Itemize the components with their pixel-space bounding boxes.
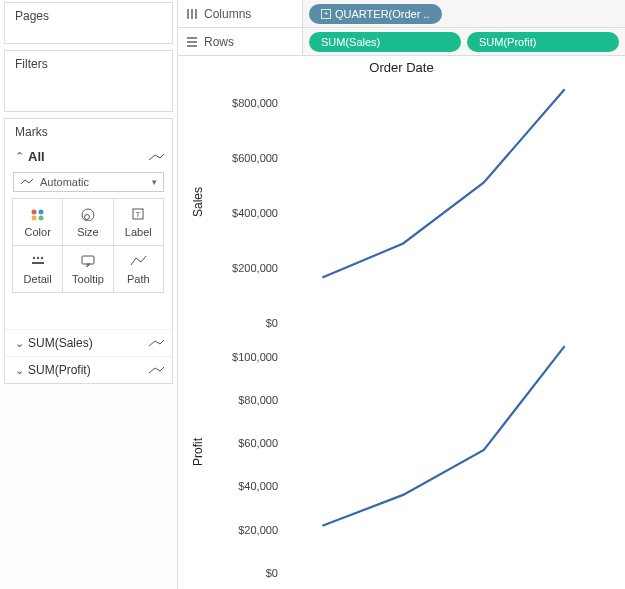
sales-axis-title: Sales	[190, 78, 206, 326]
profit-line	[282, 332, 605, 589]
svg-point-3	[38, 216, 43, 221]
svg-point-2	[31, 216, 36, 221]
mark-type-dropdown[interactable]: Automatic ▾	[13, 172, 164, 192]
facet-profit: Profit $0 $20,000 $40,000 $60,000 $80,00…	[190, 328, 617, 576]
pages-label: Pages	[5, 3, 172, 43]
rows-pill-profit[interactable]: SUM(Profit)	[467, 32, 619, 52]
sales-tick-0: $0	[212, 317, 278, 329]
color-icon	[28, 206, 48, 222]
svg-text:T: T	[136, 210, 141, 219]
svg-point-8	[32, 257, 34, 259]
line-type-icon	[148, 365, 164, 375]
mark-type-selected: Automatic	[40, 176, 89, 188]
marks-card: Marks ⌃ All Automatic ▾	[4, 118, 173, 384]
rows-pill-sales[interactable]: SUM(Sales)	[309, 32, 461, 52]
columns-shelf[interactable]: Columns + QUARTER(Order ..	[178, 0, 625, 28]
line-type-icon	[148, 152, 164, 162]
profit-tick-3: $60,000	[212, 437, 278, 449]
columns-icon	[186, 8, 198, 20]
profit-tick-4: $80,000	[212, 394, 278, 406]
svg-point-5	[84, 215, 89, 220]
svg-point-10	[40, 257, 42, 259]
profit-tick-2: $40,000	[212, 480, 278, 492]
marks-label-label: Label	[125, 226, 152, 238]
viz-canvas: Order Date Sales $0 $200,000 $400,000 $6…	[178, 56, 625, 589]
marks-path-button[interactable]: Path	[113, 245, 164, 293]
columns-pill-quarter[interactable]: + QUARTER(Order ..	[309, 4, 442, 24]
profit-axis-title: Profit	[190, 328, 206, 576]
marks-all-toggle[interactable]: ⌃ All	[5, 145, 172, 168]
svg-point-1	[38, 210, 43, 215]
tooltip-icon	[78, 253, 98, 269]
marks-color-button[interactable]: Color	[12, 198, 63, 246]
profit-tick-5: $100,000	[212, 351, 278, 363]
marks-pill-profit[interactable]: ⌄ SUM(Profit)	[5, 356, 172, 383]
sales-tick-3: $600,000	[212, 152, 278, 164]
svg-rect-17	[187, 41, 197, 43]
pages-card: Pages	[4, 2, 173, 44]
chevron-down-icon: ⌄	[15, 337, 24, 350]
rows-shelf[interactable]: Rows SUM(Sales) SUM(Profit)	[178, 28, 625, 56]
marks-detail-button[interactable]: Detail	[12, 245, 63, 293]
marks-all-label: All	[28, 149, 45, 164]
svg-point-9	[36, 257, 38, 259]
profit-tick-0: $0	[212, 567, 278, 579]
columns-pill-quarter-label: QUARTER(Order ..	[335, 8, 430, 20]
detail-icon	[28, 253, 48, 269]
marks-pill-profit-label: SUM(Profit)	[28, 363, 148, 377]
rows-pill-sales-label: SUM(Sales)	[321, 36, 380, 48]
rows-shelf-label: Rows	[204, 35, 234, 49]
x-axis-labels: Q1 Q2 Q3 Q4	[282, 565, 605, 581]
size-icon	[78, 206, 98, 222]
marks-color-label: Color	[25, 226, 51, 238]
marks-tooltip-label: Tooltip	[72, 273, 104, 285]
svg-rect-14	[191, 9, 193, 19]
marks-pill-sales-label: SUM(Sales)	[28, 336, 148, 350]
plus-icon: +	[321, 9, 331, 19]
svg-point-0	[31, 210, 36, 215]
marks-tooltip-button[interactable]: Tooltip	[62, 245, 113, 293]
marks-path-label: Path	[127, 273, 150, 285]
svg-rect-11	[32, 262, 44, 264]
marks-detail-label: Detail	[24, 273, 52, 285]
rows-pill-profit-label: SUM(Profit)	[479, 36, 536, 48]
filters-card: Filters	[4, 50, 173, 112]
line-type-icon	[20, 178, 34, 186]
rows-icon	[186, 36, 198, 48]
profit-tick-1: $20,000	[212, 524, 278, 536]
sales-tick-2: $400,000	[212, 207, 278, 219]
svg-rect-16	[187, 37, 197, 39]
marks-pill-sales[interactable]: ⌄ SUM(Sales)	[5, 329, 172, 356]
caret-down-icon: ▾	[152, 177, 157, 187]
svg-rect-12	[82, 256, 94, 264]
svg-rect-13	[187, 9, 189, 19]
svg-rect-18	[187, 45, 197, 47]
chevron-up-icon: ⌃	[15, 150, 24, 163]
path-icon	[128, 253, 148, 269]
label-icon: T	[128, 206, 148, 222]
sales-tick-4: $800,000	[212, 97, 278, 109]
line-type-icon	[148, 338, 164, 348]
viz-title: Order Date	[178, 60, 625, 75]
svg-rect-15	[195, 9, 197, 19]
sales-tick-1: $200,000	[212, 262, 278, 274]
marks-label-button[interactable]: T Label	[113, 198, 164, 246]
facet-sales: Sales $0 $200,000 $400,000 $600,000 $800…	[190, 78, 617, 326]
filters-label: Filters	[5, 51, 172, 111]
chevron-down-icon: ⌄	[15, 364, 24, 377]
columns-shelf-label: Columns	[204, 7, 251, 21]
marks-size-label: Size	[77, 226, 98, 238]
marks-label: Marks	[5, 119, 172, 145]
marks-size-button[interactable]: Size	[62, 198, 113, 246]
